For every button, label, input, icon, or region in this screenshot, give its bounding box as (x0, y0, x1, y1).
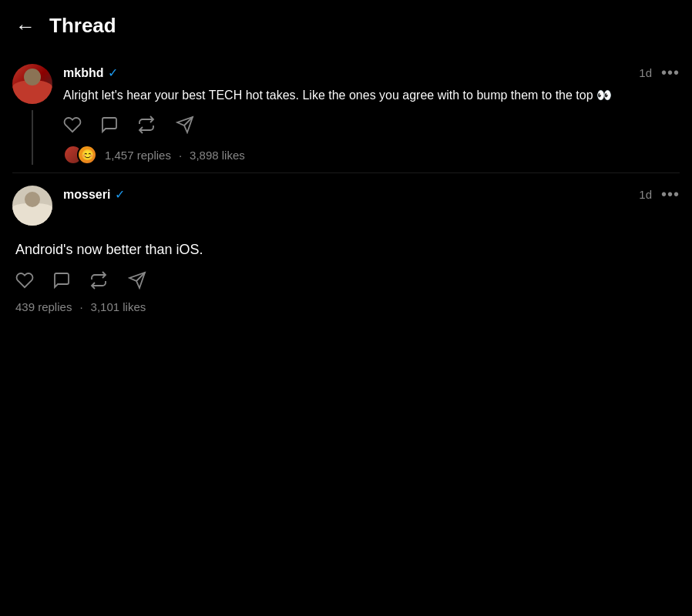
post-actions-mkbhd (63, 116, 680, 134)
username-mosseri[interactable]: mosseri (63, 188, 110, 202)
avatar-mosseri[interactable] (12, 186, 52, 226)
app-container: ← Thread mkbhd ✓ 1d ••• (0, 0, 692, 324)
post-body-mosseri: mosseri ✓ 1d ••• (63, 186, 680, 226)
more-options-mosseri[interactable]: ••• (661, 186, 680, 203)
mosseri-full-text-area: Android's now better than iOS. (12, 233, 680, 324)
like-button-mkbhd[interactable] (63, 116, 82, 134)
post-mosseri: mosseri ✓ 1d ••• (12, 172, 680, 233)
post-meta-left-mosseri: mosseri ✓ (63, 187, 125, 202)
reply-avatars: 😊 (63, 145, 97, 165)
verified-badge-mkbhd: ✓ (108, 65, 118, 80)
post-meta-right: 1d ••• (639, 64, 680, 82)
reply-avatar-2: 😊 (77, 145, 97, 165)
post-mkbhd: mkbhd ✓ 1d ••• Alright let's hear your b… (12, 52, 680, 172)
post-text-mosseri: Android's now better than iOS. (12, 239, 680, 260)
post-left-mosseri (12, 186, 52, 226)
more-options-mkbhd[interactable]: ••• (661, 64, 680, 82)
page-title: Thread (49, 14, 116, 38)
post-left-mkbhd (12, 64, 52, 165)
header: ← Thread (0, 0, 692, 52)
timestamp-mkbhd: 1d (639, 66, 652, 79)
replies-count-mkbhd: 1,457 replies (105, 149, 171, 162)
repost-button-mkbhd[interactable] (137, 116, 157, 134)
verified-badge-mosseri: ✓ (115, 187, 125, 202)
reply-info-mosseri: 439 replies · 3,101 likes (12, 300, 680, 313)
post-actions-mosseri (12, 271, 680, 290)
back-button[interactable]: ← (15, 16, 35, 36)
comment-button-mosseri[interactable] (52, 271, 71, 290)
reply-info-mkbhd: 😊 1,457 replies · 3,898 likes (63, 145, 680, 165)
post-meta-left: mkbhd ✓ (63, 65, 118, 80)
like-button-mosseri[interactable] (15, 271, 34, 290)
post-body-mkbhd: mkbhd ✓ 1d ••• Alright let's hear your b… (63, 64, 680, 165)
post-meta-mkbhd: mkbhd ✓ 1d ••• (63, 64, 680, 82)
separator-2: · (79, 300, 82, 313)
post-meta-mosseri: mosseri ✓ 1d ••• (63, 186, 680, 203)
comment-button-mkbhd[interactable] (100, 116, 119, 134)
thread-line (32, 110, 33, 165)
username-mkbhd[interactable]: mkbhd (63, 66, 103, 80)
timestamp-mosseri: 1d (639, 188, 652, 201)
likes-count-mosseri: 3,101 likes (91, 300, 146, 313)
post-meta-right-mosseri: 1d ••• (639, 186, 680, 203)
likes-count-mkbhd: 3,898 likes (190, 149, 245, 162)
post-text-mkbhd: Alright let's hear your best TECH hot ta… (63, 86, 680, 105)
replies-count-mosseri: 439 replies (15, 300, 72, 313)
repost-button-mosseri[interactable] (89, 271, 109, 290)
separator: · (179, 149, 182, 162)
share-button-mkbhd[interactable] (176, 116, 194, 134)
share-button-mosseri[interactable] (128, 271, 146, 290)
thread-content: mkbhd ✓ 1d ••• Alright let's hear your b… (0, 52, 692, 324)
avatar-mkbhd[interactable] (12, 64, 52, 104)
